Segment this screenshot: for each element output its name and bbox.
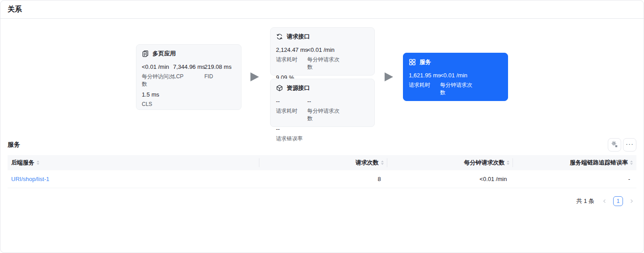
page-title: 关系 — [8, 5, 22, 14]
chevron-left-icon — [602, 198, 607, 204]
metric: 1,621.95 ms 请求耗时 — [409, 72, 440, 97]
sort-icon[interactable] — [37, 160, 39, 165]
flow-arrow-icon — [250, 72, 259, 81]
services-table: 后端服务 请求次数 每分钟请求次数 服务端链路追踪错误率 URI/shop/li… — [8, 155, 636, 188]
node-header: 多页应用 — [142, 50, 236, 58]
metric: 2,124.47 ms 请求耗时 — [276, 46, 307, 71]
sort-icon[interactable] — [381, 160, 384, 165]
metric: -- 每分钟请求次数 — [307, 97, 339, 122]
more-actions-button[interactable]: ··· — [623, 138, 636, 152]
metric-label: LCP — [173, 73, 207, 80]
metric-label: 请求错误率 — [409, 109, 443, 117]
metric-value: -- — [276, 97, 307, 105]
column-header-request-count[interactable]: 请求次数 — [259, 155, 387, 170]
metric-value: — — [409, 99, 440, 107]
metric-label: 请求耗时 — [276, 107, 310, 115]
node-request-api[interactable]: 请求接口 2,124.47 ms 请求耗时 <0.01 /min 每分钟请求次数… — [270, 27, 375, 76]
metric-label: 每分钟请求次数 — [307, 56, 341, 71]
metric: -- 请求错误率 — [276, 125, 307, 143]
metric-value: 219.08 ms — [204, 63, 236, 71]
metric-value: -- — [276, 125, 307, 133]
node-service[interactable]: 服务 1,621.95 ms 请求耗时 <0.01 /min 每分钟请求次数 —… — [403, 53, 508, 101]
table-row: URI/shop/list-1 8 <0.01 /min - — [8, 170, 636, 188]
page-header: 关系 — [0, 0, 644, 19]
node-header: 请求接口 — [276, 33, 369, 41]
node-header: 资源接口 — [276, 84, 369, 92]
metric-label: 每分钟请求次数 — [307, 107, 341, 122]
cell-trace-error-rate: - — [513, 170, 636, 188]
flow-arrow-icon — [385, 72, 393, 81]
column-settings-button[interactable] — [608, 138, 621, 152]
node-metrics: <0.01 /min 每分钟访问次数 7,344.96 ms LCP 219.0… — [142, 63, 236, 111]
metric-label: 请求耗时 — [409, 81, 443, 89]
node-title: 服务 — [419, 58, 431, 66]
node-resource-api[interactable]: 资源接口 -- 请求耗时 -- 每分钟请求次数 -- 请求错误率 — [270, 79, 375, 127]
ellipsis-icon: ··· — [626, 140, 634, 150]
pages-icon — [142, 50, 149, 57]
topology-diagram: 多页应用 <0.01 /min 每分钟访问次数 7,344.96 ms LCP … — [0, 19, 644, 135]
node-title: 请求接口 — [287, 33, 310, 41]
chevron-right-icon — [629, 198, 634, 204]
metric-value: <0.01 /min — [142, 63, 173, 71]
metric-label: 每分钟访问次数 — [142, 73, 176, 88]
metric-label: 每分钟请求次数 — [440, 81, 474, 97]
metric-label: FID — [204, 73, 238, 80]
column-header-trace-error-rate[interactable]: 服务端链路追踪错误率 — [513, 155, 636, 170]
node-metrics: 1,621.95 ms 请求耗时 <0.01 /min 每分钟请求次数 — 请求… — [409, 72, 502, 119]
relations-panel: 关系 多页应用 <0.01 /min 每分钟访问次数 7,344.96 ms L… — [0, 0, 644, 253]
pagination: 共 1 条 1 — [8, 196, 636, 206]
sync-icon — [276, 33, 283, 40]
metric-value: 1,621.95 ms — [409, 72, 440, 80]
next-page-button[interactable] — [627, 196, 636, 206]
cell-backend-service: URI/shop/list-1 — [8, 170, 259, 188]
metric-label: 请求耗时 — [276, 56, 310, 63]
prev-page-button[interactable] — [600, 196, 610, 206]
pagination-total: 共 1 条 — [576, 197, 594, 205]
table-section-title: 服务 — [8, 141, 20, 149]
metric: — 请求错误率 — [409, 99, 440, 117]
metric-value: 1.5 ms — [142, 91, 173, 99]
table-header-row: 后端服务 请求次数 每分钟请求次数 服务端链路追踪错误率 — [8, 155, 636, 170]
backend-service-link[interactable]: URI/shop/list-1 — [11, 176, 49, 182]
gear-list-icon — [611, 140, 618, 149]
table-toolbar: ··· — [608, 138, 636, 152]
sort-icon[interactable] — [507, 160, 509, 165]
node-header: 服务 — [409, 58, 502, 66]
metric-value: -- — [307, 97, 339, 105]
metric-value: <0.01 /min — [307, 46, 339, 54]
node-title: 资源接口 — [287, 84, 310, 92]
grid-icon — [409, 59, 416, 66]
node-multi-page-app[interactable]: 多页应用 <0.01 /min 每分钟访问次数 7,344.96 ms LCP … — [136, 44, 242, 110]
metric-value: 2,124.47 ms — [276, 46, 307, 54]
metric: 219.08 ms FID — [204, 63, 236, 88]
cell-requests-per-minute: <0.01 /min — [387, 170, 513, 188]
metric: 1.5 ms CLS — [142, 91, 173, 108]
cell-request-count: 8 — [259, 170, 387, 188]
sort-icon[interactable] — [630, 160, 633, 165]
metric: <0.01 /min 每分钟请求次数 — [440, 72, 471, 97]
metric: 7,344.96 ms LCP — [173, 63, 204, 88]
node-metrics: -- 请求耗时 -- 每分钟请求次数 -- 请求错误率 — [276, 97, 369, 145]
metric-value: <0.01 /min — [440, 72, 471, 80]
cube-icon — [276, 84, 283, 92]
metric-label: CLS — [142, 101, 176, 108]
metric: -- 请求耗时 — [276, 97, 307, 122]
column-header-requests-per-minute[interactable]: 每分钟请求次数 — [387, 155, 513, 170]
node-title: 多页应用 — [153, 50, 176, 58]
metric-label: 请求错误率 — [276, 135, 310, 143]
metric: <0.01 /min 每分钟访问次数 — [142, 63, 173, 88]
metric-value: 7,344.96 ms — [173, 63, 204, 71]
page-number-button[interactable]: 1 — [613, 196, 623, 206]
metric: <0.01 /min 每分钟请求次数 — [307, 46, 339, 71]
column-header-backend-service[interactable]: 后端服务 — [8, 155, 259, 170]
